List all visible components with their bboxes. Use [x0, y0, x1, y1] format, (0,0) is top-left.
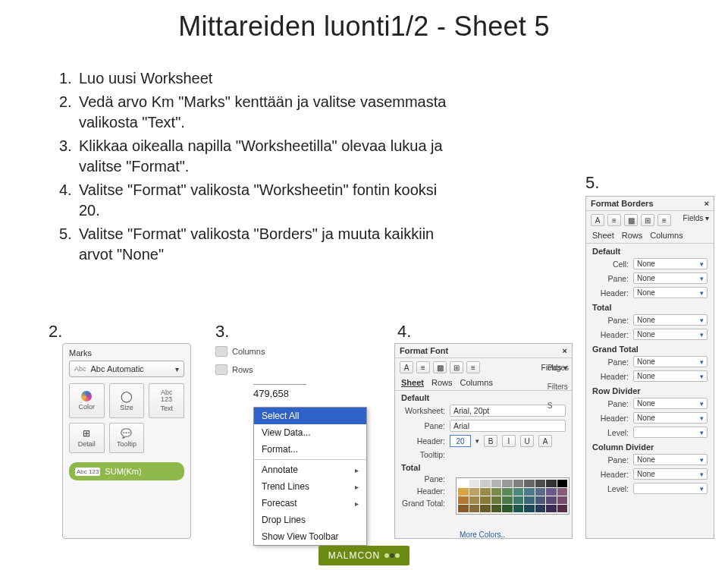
marks-text[interactable]: Abc123 Text	[149, 383, 184, 418]
align-icon[interactable]: ≡	[416, 361, 430, 373]
swatch[interactable]	[469, 505, 480, 512]
color-swatches[interactable]	[456, 477, 570, 515]
fb-grand-header[interactable]: None	[633, 370, 708, 382]
swatch[interactable]	[480, 505, 491, 512]
swatch[interactable]	[535, 480, 546, 487]
fb-rowdiv-header[interactable]: None	[633, 412, 708, 424]
rows-icon	[215, 364, 228, 375]
swatch[interactable]	[502, 505, 513, 512]
swatch[interactable]	[458, 505, 469, 512]
swatch[interactable]	[557, 480, 568, 487]
swatch[interactable]	[546, 505, 557, 512]
swatch[interactable]	[458, 496, 469, 504]
fb-pane[interactable]: None	[633, 272, 708, 284]
menu-show-toolbar[interactable]: Show View Toolbar	[254, 528, 366, 545]
fb-tab-sheet[interactable]: Sheet	[592, 231, 614, 240]
swatch[interactable]	[458, 488, 469, 496]
lines-icon[interactable]: ≡	[466, 361, 480, 373]
fb-border-icon[interactable]: ⊞	[641, 214, 654, 226]
marks-tooltip[interactable]: 💬 Tooltip	[109, 423, 145, 453]
menu-forecast[interactable]: Forecast	[254, 495, 366, 512]
fb-coldiv-level[interactable]	[633, 483, 708, 494]
marks-detail[interactable]: ⊞ Detail	[69, 423, 105, 453]
tab-sheet[interactable]: Sheet	[401, 378, 424, 387]
marks-pill-sum-km[interactable]: Abc 123 SUM(Km)	[69, 462, 184, 480]
fb-tab-columns[interactable]: Columns	[650, 231, 682, 240]
shade-icon[interactable]: ▩	[433, 361, 447, 373]
fb-coldiv-pane[interactable]: None	[633, 454, 708, 465]
close-icon[interactable]: ×	[563, 346, 567, 355]
swatch[interactable]	[535, 488, 546, 496]
swatch[interactable]	[535, 496, 546, 504]
swatch[interactable]	[491, 496, 502, 504]
swatch[interactable]	[524, 496, 535, 504]
swatch[interactable]	[458, 480, 469, 487]
fb-a-icon[interactable]: A	[591, 214, 604, 226]
swatch[interactable]	[491, 480, 502, 487]
fb-grand-pane[interactable]: None	[633, 356, 708, 367]
fb-cell[interactable]: None	[633, 258, 708, 269]
rows-shelf[interactable]: Rows	[215, 361, 382, 378]
swatch[interactable]	[557, 505, 568, 512]
font-size-input[interactable]: 20	[450, 435, 471, 447]
swatch[interactable]	[480, 488, 491, 496]
bold-button[interactable]: B	[484, 435, 497, 447]
swatch[interactable]	[513, 505, 524, 512]
more-colors-link[interactable]: More Colors..	[460, 531, 505, 539]
tab-rows[interactable]: Rows	[431, 378, 453, 387]
swatch[interactable]	[524, 505, 535, 512]
swatch[interactable]	[469, 496, 480, 504]
fb-tab-rows[interactable]: Rows	[622, 231, 643, 240]
menu-view-data[interactable]: View Data...	[254, 424, 366, 441]
menu-format[interactable]: Format...	[254, 441, 366, 458]
fb-header[interactable]: None	[633, 287, 708, 298]
fb-rowdiv-pane[interactable]: None	[633, 398, 708, 409]
menu-drop-lines[interactable]: Drop Lines	[254, 512, 366, 528]
swatch[interactable]	[524, 488, 535, 496]
fb-total-header[interactable]: None	[633, 329, 708, 340]
swatch[interactable]	[491, 505, 502, 512]
font-a-icon[interactable]: A	[400, 361, 413, 373]
swatch[interactable]	[480, 480, 491, 487]
swatch[interactable]	[513, 488, 524, 496]
fb-shade-icon[interactable]: ▩	[624, 214, 638, 226]
swatch[interactable]	[535, 505, 546, 512]
menu-annotate[interactable]: Annotate	[254, 461, 366, 478]
fb-align-icon[interactable]: ≡	[607, 214, 621, 226]
swatch[interactable]	[480, 496, 491, 504]
swatch[interactable]	[546, 480, 557, 487]
close-icon[interactable]: ×	[704, 199, 709, 208]
marks-size[interactable]: ◯ Size	[109, 383, 145, 418]
underline-button[interactable]: U	[520, 435, 534, 447]
tab-columns[interactable]: Columns	[460, 378, 492, 387]
fb-fields-button[interactable]: Fields ▾	[683, 214, 709, 226]
swatch[interactable]	[546, 488, 557, 496]
menu-trend-lines[interactable]: Trend Lines	[254, 478, 366, 495]
swatch[interactable]	[513, 480, 524, 487]
fb-coldiv-header[interactable]: None	[633, 468, 708, 480]
pane-font-value[interactable]: Arial	[450, 420, 566, 432]
swatch[interactable]	[513, 496, 524, 504]
swatch[interactable]	[557, 496, 568, 504]
fb-lines-icon[interactable]: ≡	[657, 214, 671, 226]
marks-color[interactable]: Color	[69, 383, 105, 418]
size-icon: ◯	[121, 390, 133, 402]
swatch[interactable]	[469, 488, 480, 496]
swatch[interactable]	[502, 496, 513, 504]
swatch[interactable]	[502, 488, 513, 496]
columns-shelf[interactable]: Columns	[215, 343, 382, 360]
swatch[interactable]	[469, 480, 480, 487]
fb-rowdiv-level[interactable]	[633, 427, 708, 438]
swatch[interactable]	[491, 488, 502, 496]
swatch[interactable]	[524, 480, 535, 487]
worksheet-value[interactable]: 479,658	[253, 384, 306, 399]
swatch[interactable]	[502, 480, 513, 487]
italic-button[interactable]: I	[502, 435, 516, 447]
swatch[interactable]	[557, 488, 568, 496]
color-button[interactable]: A	[538, 435, 552, 447]
swatch[interactable]	[546, 496, 557, 504]
fb-total-pane[interactable]: None	[633, 314, 708, 326]
menu-select-all[interactable]: Select All	[254, 408, 366, 424]
marks-type-select[interactable]: Abc Abc Automatic	[69, 361, 184, 377]
border-icon[interactable]: ⊞	[450, 361, 463, 373]
